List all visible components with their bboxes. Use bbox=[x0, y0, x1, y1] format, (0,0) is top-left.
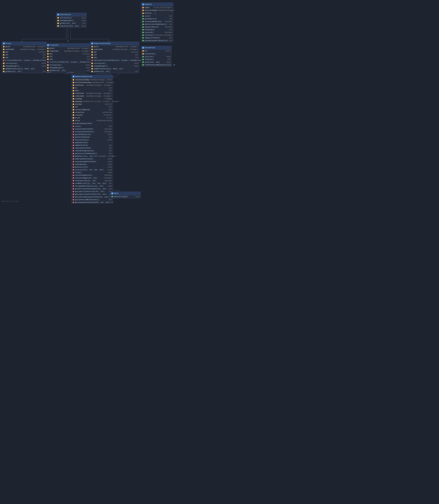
table-row[interactable]: f nodes ArrayList<Integer> bbox=[141, 6, 173, 9]
table-row[interactable]: m getLeastTransferCount(int, int) int bbox=[72, 193, 113, 196]
table-row[interactable]: f paths HashMap<Path, Integer> bbox=[90, 45, 139, 48]
table-row[interactable]: c Price(HashMap<Path, Integer>, HashMap<… bbox=[2, 59, 47, 62]
table-row[interactable]: f mat int[][] bbox=[46, 52, 91, 55]
table-row[interactable]: f value UnpleasantValue bbox=[72, 119, 113, 122]
table-row[interactable]: m findConnectedBlock(int[][], int) int bbox=[141, 63, 171, 66]
table-row[interactable]: f unionFind UnionFind bbox=[72, 111, 113, 114]
table-row[interactable]: f nodeIndex HashMap<Integer, Integer> bbox=[90, 48, 139, 51]
table-row[interactable]: m containsNode(int) boolean bbox=[72, 174, 113, 177]
table-row[interactable]: m makePair(int, int) Pair<Integer, Integ… bbox=[72, 155, 113, 157]
table-row[interactable]: m getNode(int) int bbox=[141, 17, 173, 20]
table-row[interactable]: m hashCode() int bbox=[141, 28, 173, 31]
table-row[interactable]: m removePathById(int) int bbox=[72, 149, 113, 152]
table-row[interactable]: m floyd(int[][], int) void bbox=[56, 25, 86, 27]
table-row[interactable]: m changeWeight() void bbox=[2, 65, 47, 67]
table-row[interactable]: m size() int bbox=[72, 125, 113, 128]
table-row[interactable]: f num int bbox=[2, 56, 47, 59]
table-row[interactable]: m getDistinctNodeCount() int bbox=[141, 23, 173, 26]
table-row[interactable]: f mat int[][] bbox=[90, 51, 139, 53]
table-row[interactable]: f num int bbox=[90, 56, 139, 59]
table-row[interactable]: m addMatValue(int[], Path, int) bbox=[90, 67, 139, 70]
table-row[interactable]: m size() int bbox=[141, 15, 173, 17]
table-row[interactable]: m containsPathId(int) boolean bbox=[72, 131, 113, 133]
table-row[interactable]: m getConnectedBlockCount() int bbox=[72, 198, 113, 201]
table-row[interactable]: f idIndexHashMap HashMap<Integer, Path> bbox=[72, 78, 113, 81]
table-row[interactable]: m union(int, int) void bbox=[141, 61, 171, 63]
table-row[interactable]: m getLeastUnpleasantValue(int, int) int bbox=[72, 196, 113, 198]
table-row[interactable]: m addMatValue(int[], Path, int) bbox=[2, 67, 47, 70]
table-row[interactable]: f edgeMap HashMap<Pair<Integer, Integer>… bbox=[72, 100, 113, 103]
table-row[interactable]: f connectedBlocks int bbox=[72, 108, 113, 111]
table-row[interactable]: m getDistinctNodeCount() int bbox=[72, 152, 113, 155]
table-row[interactable]: m compareTo(Path) int bbox=[141, 36, 173, 39]
table-row[interactable]: m getShortestPathLength(int, int) int bbox=[72, 188, 113, 190]
table-row[interactable]: f nodeMap TreeMap bbox=[72, 97, 113, 100]
table-row[interactable]: m addPath(Path) int bbox=[72, 144, 113, 147]
table-row[interactable]: m equals(Object) boolean bbox=[141, 26, 173, 28]
table-row[interactable]: f distMat int[][] bbox=[72, 103, 113, 106]
table-row[interactable]: f inf int bbox=[72, 106, 113, 108]
table-row[interactable]: m changeWeight() void bbox=[56, 19, 86, 22]
table-row[interactable]: m getRes(int, int) int bbox=[90, 70, 139, 73]
table-row[interactable]: m removePath(Path) int bbox=[72, 147, 113, 149]
table-row[interactable]: m addGraphPath(Path) void bbox=[72, 157, 113, 160]
table-row[interactable]: m throwNodeException(int, int) void bbox=[72, 185, 113, 188]
table-row[interactable]: m initialize() void bbox=[90, 62, 139, 65]
table-row[interactable]: m isValid() boolean bbox=[141, 31, 173, 34]
table-row[interactable]: m removeGraphPath(Path) void bbox=[72, 160, 113, 163]
table-row[interactable]: f nodeIndex HashMap<Integer, Integer> bbox=[2, 48, 47, 51]
table-row[interactable]: m find(int) int bbox=[141, 58, 171, 61]
table-row[interactable]: m containsNode(int) boolean bbox=[141, 20, 173, 23]
table-row[interactable]: f id int bbox=[72, 87, 113, 89]
table-row[interactable]: m initialize() void bbox=[2, 62, 47, 65]
table-row[interactable]: f nodeCount HashMap<Integer, Integer> bbox=[72, 84, 113, 87]
table-row[interactable]: f inf int bbox=[2, 53, 47, 56]
table-row[interactable]: m containsPath(Path) boolean bbox=[72, 128, 113, 131]
table-row[interactable]: m init(int) void bbox=[141, 55, 171, 58]
table-row[interactable]: m getLeastTicketPrice(int, int) int bbox=[72, 190, 113, 193]
table-row[interactable]: c UnionFind() bbox=[141, 52, 171, 55]
table-row[interactable]: f distinctNodes HashSet<Integer> bbox=[141, 9, 173, 12]
table-row[interactable]: m indexRenew() void bbox=[72, 163, 113, 166]
table-row[interactable]: m getRes(int, int) int bbox=[46, 69, 91, 72]
table-row[interactable]: f paths HashMap<Path, Integer> bbox=[46, 47, 91, 50]
table-row[interactable]: m floyd() void bbox=[72, 171, 113, 174]
table-row[interactable]: m getPathById(int) Path bbox=[72, 133, 113, 136]
table-row[interactable]: m initialize() void bbox=[46, 64, 91, 66]
table-row[interactable]: m mainInit(int) void bbox=[72, 166, 113, 168]
table-row[interactable]: f inf int bbox=[90, 53, 139, 56]
table-row[interactable]: m core(int[][], int, int, int) void bbox=[72, 168, 113, 171]
table-row[interactable]: m changeWeight() void bbox=[90, 65, 139, 67]
table-row[interactable]: f pre int[] bbox=[141, 49, 171, 52]
table-row[interactable]: m isConnected(int, int) boolean bbox=[72, 179, 113, 182]
table-row[interactable]: f pathIndexHashMap HashMap<Path, Integer… bbox=[72, 81, 113, 84]
table-row[interactable]: m getUnpleasantValue(Path, int, int) int bbox=[72, 201, 113, 204]
table-row[interactable]: m readMat(int[][], int, int, int) int bbox=[72, 182, 113, 185]
table-row[interactable]: m getRes(int, int) int bbox=[56, 22, 86, 25]
table-row[interactable]: m getUnpleasantValue(int) int bbox=[141, 39, 173, 42]
unpleasantvalue-methods: m initialize() void m changeWeight() voi… bbox=[90, 62, 139, 73]
table-row[interactable]: m getRes(int, int) int bbox=[2, 70, 47, 73]
table-row[interactable]: f indexNode HashMap<Integer, Integer> bbox=[72, 95, 113, 97]
table-row[interactable]: c MyRailwaySystem() bbox=[72, 122, 113, 125]
table-row[interactable]: f nodeIndex HashMap<Integer, Integer> bbox=[46, 50, 91, 52]
table-row[interactable]: m addNode(Path) bbox=[72, 141, 113, 144]
table-row[interactable]: m iterator() Iterator<Integer> bbox=[141, 34, 173, 36]
table-row[interactable]: m initialize() void bbox=[56, 16, 86, 19]
table-row[interactable]: f mat int[][] bbox=[2, 51, 47, 53]
table-row[interactable]: c MyPath(...) bbox=[141, 12, 173, 15]
table-row[interactable]: c Transfer(HashMap<Path, Integer>, HashM… bbox=[46, 61, 91, 63]
table-row[interactable]: f maxV int bbox=[72, 89, 113, 92]
table-row[interactable]: f inf int bbox=[46, 55, 91, 58]
table-row[interactable]: f price Price bbox=[72, 117, 113, 119]
table-row[interactable]: c UnpleasantValue(HashMap<Path, Integer>… bbox=[90, 59, 139, 62]
table-row[interactable]: m containsEdge(int, int) boolean bbox=[72, 177, 113, 179]
table-row[interactable]: m main(String[]) void bbox=[110, 195, 141, 198]
table-row[interactable]: m getPathId(Path) int bbox=[72, 136, 113, 139]
table-row[interactable]: m calculateAll() void bbox=[72, 139, 113, 141]
table-row[interactable]: f nodeIndex HashMap<Integer, Integer> bbox=[72, 92, 113, 95]
table-row[interactable]: m changeWeight() void bbox=[46, 66, 91, 69]
table-row[interactable]: f num int bbox=[46, 58, 91, 61]
table-row[interactable]: f transfer Transfer bbox=[72, 114, 113, 117]
table-row[interactable]: f paths HashMap<Path, Integer> bbox=[2, 45, 47, 48]
